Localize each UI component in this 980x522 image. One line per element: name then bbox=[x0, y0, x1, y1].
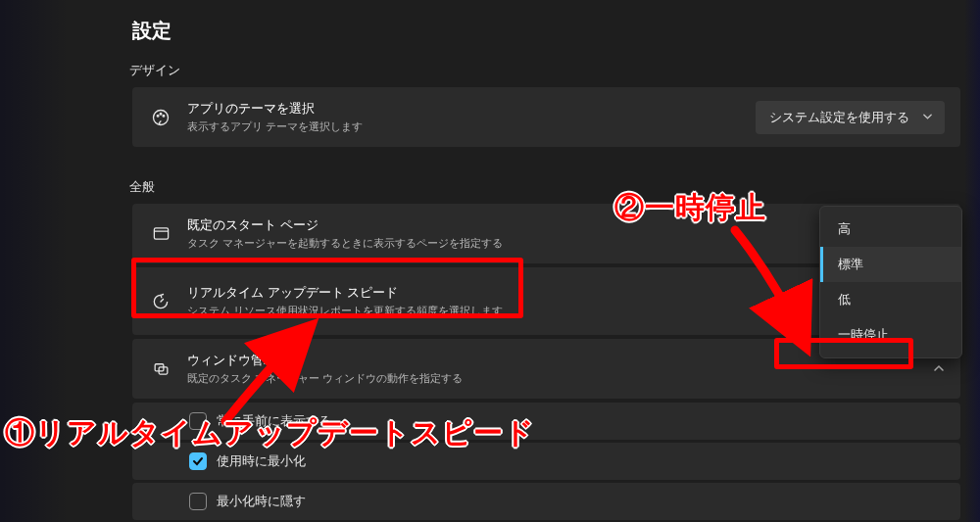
theme-title: アプリのテーマを選択 bbox=[187, 100, 756, 118]
checkbox-icon bbox=[189, 493, 207, 510]
dropdown-option-high[interactable]: 高 bbox=[820, 207, 961, 247]
chevron-down-icon bbox=[922, 110, 933, 124]
svg-rect-4 bbox=[154, 228, 168, 239]
checkbox-hide-when-minimized[interactable]: 最小化時に隠す bbox=[132, 483, 960, 520]
svg-point-1 bbox=[157, 115, 159, 117]
section-design-label: デザイン bbox=[129, 62, 960, 79]
svg-point-2 bbox=[160, 113, 162, 115]
theme-select-value: システム設定を使用する bbox=[769, 109, 909, 126]
start-page-title: 既定のスタート ページ bbox=[187, 216, 880, 234]
section-general-label: 全般 bbox=[129, 178, 960, 196]
theme-select[interactable]: システム設定を使用する bbox=[756, 101, 945, 134]
checkbox-minimize-on-use[interactable]: 使用時に最小化 bbox=[132, 443, 960, 480]
svg-line-6 bbox=[161, 299, 164, 302]
theme-card[interactable]: アプリのテーマを選択 表示するアプリ テーマを選択します システム設定を使用する bbox=[132, 87, 960, 147]
minimize-on-use-label: 使用時に最小化 bbox=[217, 452, 306, 470]
checkbox-icon bbox=[189, 412, 207, 430]
dropdown-option-paused[interactable]: 一時停止 bbox=[820, 317, 961, 357]
theme-desc: 表示するアプリ テーマを選択します bbox=[187, 119, 756, 134]
start-page-desc: タスク マネージャーを起動するときに表示するページを指定する bbox=[187, 236, 880, 251]
always-on-top-label: 常に手前に表示する bbox=[217, 412, 331, 430]
realtime-speed-dropdown[interactable]: 高 標準 低 一時停止 bbox=[819, 206, 962, 358]
checkbox-checked-icon bbox=[189, 452, 207, 470]
dropdown-option-low[interactable]: 低 bbox=[820, 282, 961, 317]
dropdown-option-normal[interactable]: 標準 bbox=[820, 247, 961, 282]
home-page-icon bbox=[148, 224, 173, 243]
window-desc: 既定のタスク マネージャー ウィンドウの動作を指定する bbox=[187, 371, 945, 386]
checkbox-always-on-top[interactable]: 常に手前に表示する bbox=[132, 403, 960, 440]
palette-icon bbox=[148, 108, 173, 127]
hide-when-minimized-label: 最小化時に隠す bbox=[217, 493, 306, 510]
window-icon bbox=[148, 359, 173, 378]
chevron-up-icon[interactable] bbox=[933, 360, 945, 378]
svg-point-3 bbox=[163, 115, 165, 117]
svg-point-0 bbox=[154, 110, 169, 124]
page-title: 設定 bbox=[0, 0, 980, 58]
speed-icon bbox=[148, 292, 173, 311]
